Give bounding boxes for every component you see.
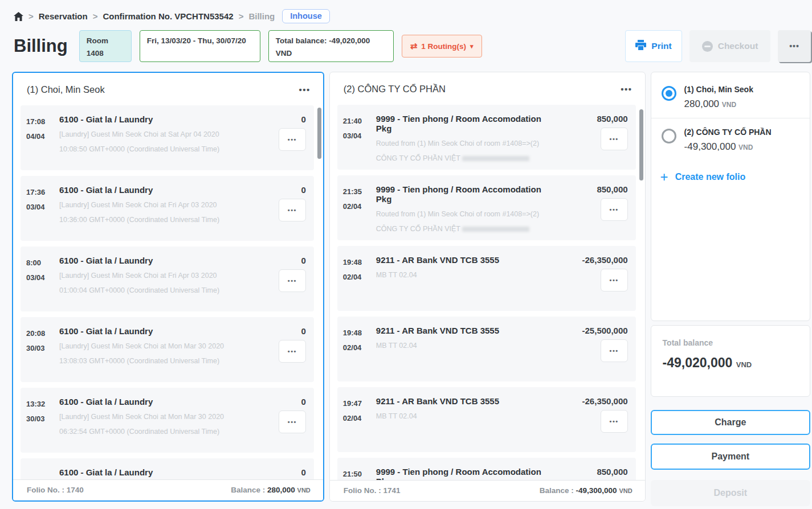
transaction-amount: 0 xyxy=(301,326,305,336)
transaction-date: 03/04 xyxy=(26,273,59,282)
redacted-text xyxy=(462,156,529,161)
transaction-amount-area: 0••• xyxy=(240,114,306,165)
room-chip: Room 1408 xyxy=(79,30,132,62)
breadcrumb-item[interactable]: Reservation xyxy=(39,11,88,21)
breadcrumb-item[interactable]: Confirmation No. VPCHTN53542 xyxy=(103,11,233,21)
folio-option-text: (1) Choi, Min Seok280,000 VND xyxy=(684,85,753,110)
transaction-timestamp: 21:4003/04 xyxy=(343,114,376,164)
transaction-menu-button[interactable]: ••• xyxy=(601,269,628,292)
transaction-list: 17:0804/046100 - Giat la / Laundry[Laund… xyxy=(13,103,323,479)
transaction-title: 6100 - Giat la / Laundry xyxy=(59,114,232,124)
transaction-title: 6100 - Giat la / Laundry xyxy=(59,467,232,477)
transaction-description: MB TT 02.04 xyxy=(376,409,554,424)
transaction-time: 17:08 xyxy=(26,117,59,126)
folio-number: Folio No. : 1741 xyxy=(344,486,401,495)
transaction-menu-button[interactable]: ••• xyxy=(601,128,628,150)
create-new-folio-button[interactable]: + Create new folio xyxy=(651,161,810,194)
amount-value: -49,300,000 xyxy=(684,141,736,152)
transaction-description: Routed from (1) Min Seok Choi of room #1… xyxy=(376,207,554,237)
folio-panel-2[interactable]: (2) CÔNG TY CỔ PHẦN ••• 21:4003/049999 -… xyxy=(329,72,646,502)
transaction-amount-area: 0••• xyxy=(240,326,306,376)
transaction-amount: -26,350,000 xyxy=(582,255,628,265)
transaction-menu-button[interactable]: ••• xyxy=(601,198,628,221)
amount-currency: VND xyxy=(738,143,753,151)
transaction-date: 02/04 xyxy=(343,414,376,422)
transaction-amount: 0 xyxy=(301,114,305,124)
folio-sidebar: (1) Choi, Min Seok280,000 VND(2) CÔNG TY… xyxy=(651,72,810,506)
breadcrumb-separator: > xyxy=(93,11,98,21)
folio-option[interactable]: (1) Choi, Min Seok280,000 VND xyxy=(651,76,810,118)
transaction-time: 21:40 xyxy=(343,117,376,125)
printer-icon xyxy=(635,40,646,52)
transaction-timestamp: 13:3230/03 xyxy=(26,397,59,447)
total-balance-chip: Total balance: -49,020,000 VND xyxy=(268,30,394,62)
transaction-body: 6100 - Giat la / Laundry[Laundry] Guest … xyxy=(59,114,240,165)
charge-button[interactable]: Charge xyxy=(651,410,810,435)
transaction-amount-area: 0••• xyxy=(240,185,306,235)
transaction-timestamp: 17:0804/04 xyxy=(26,114,59,165)
folio-panel-1[interactable]: (1) Choi, Min Seok ••• 17:0804/046100 - … xyxy=(12,72,324,502)
transaction-menu-button[interactable]: ••• xyxy=(601,339,628,362)
transaction-date: 03/04 xyxy=(26,203,59,211)
transaction-card: 19:4802/049211 - AR Bank VND TCB 3555MB … xyxy=(337,317,636,381)
routing-dropdown[interactable]: ⇄ 1 Routing(s) ▾ xyxy=(402,35,482,58)
transaction-time: 21:50 xyxy=(343,470,376,478)
transaction-menu-button[interactable]: ••• xyxy=(279,199,306,221)
transaction-timestamp xyxy=(26,467,59,479)
transaction-menu-button[interactable]: ••• xyxy=(279,411,306,433)
header-more-button[interactable]: ••• xyxy=(778,30,811,62)
scrollbar-thumb[interactable] xyxy=(317,108,321,159)
transaction-amount: -26,350,000 xyxy=(582,396,628,406)
transaction-body: 6100 - Giat la / Laundry xyxy=(59,467,240,479)
transaction-description: [Laundry] Guest Min Seok Choi at Mon Mar… xyxy=(59,409,232,440)
folio-menu-button[interactable]: ••• xyxy=(299,85,311,95)
transaction-description: [Laundry] Guest Min Seok Choi at Fri Apr… xyxy=(59,268,232,298)
transaction-description: MB TT 02.04 xyxy=(376,268,554,282)
transaction-menu-button[interactable]: ••• xyxy=(279,128,306,151)
transaction-card: 20:0830/036100 - Giat la / Laundry[Laund… xyxy=(21,317,314,382)
transaction-menu-button[interactable]: ••• xyxy=(601,410,628,433)
transaction-amount-area: 0••• xyxy=(240,397,306,447)
transaction-description: [Laundry] Guest Min Seok Choi at Mon Mar… xyxy=(59,339,232,369)
transaction-time: 21:35 xyxy=(343,187,376,196)
transaction-title: 6100 - Giat la / Laundry xyxy=(59,326,232,336)
transaction-menu-button[interactable]: ••• xyxy=(279,340,306,363)
folio-option[interactable]: (2) CÔNG TY CỔ PHẦN-49,300,000 VND xyxy=(651,118,810,161)
transaction-card: 21:509999 - Tien phong / Room Accomodati… xyxy=(337,458,636,480)
transaction-amount: -25,500,000 xyxy=(582,326,628,335)
transaction-body: 6100 - Giat la / Laundry[Laundry] Guest … xyxy=(59,397,240,447)
scrollbar-thumb[interactable] xyxy=(639,109,643,180)
transaction-amount: 0 xyxy=(301,467,305,477)
transaction-card: 19:4702/049211 - AR Bank VND TCB 3555MB … xyxy=(337,387,636,452)
transaction-body: 9211 - AR Bank VND TCB 3555MB TT 02.04 xyxy=(376,396,562,446)
folio-name: (1) Choi, Min Seok xyxy=(27,84,105,95)
breadcrumb-separator: > xyxy=(239,11,244,21)
transaction-card: 19:4802/049211 - AR Bank VND TCB 3555MB … xyxy=(337,246,636,311)
total-balance-panel: Total balance -49,020,000 VND xyxy=(651,325,810,397)
page-header: Billing Room 1408 Fri, 13/03/20 - Thu, 3… xyxy=(14,30,811,62)
transaction-amount-area: -25,500,000••• xyxy=(562,326,628,376)
transaction-body: 9999 - Tien phong / Room Accomodation Pk… xyxy=(376,114,562,164)
transaction-amount-area: 850,000••• xyxy=(562,184,628,235)
transaction-amount: 850,000 xyxy=(597,184,627,194)
checkout-button: Checkout xyxy=(689,30,770,62)
transaction-title: 9999 - Tien phong / Room Accomodation Pk… xyxy=(376,184,554,204)
folio-menu-button[interactable]: ••• xyxy=(621,84,632,94)
folio-balance: Balance : -49,300,000 VND xyxy=(540,486,633,495)
transaction-time: 8:00 xyxy=(26,258,59,267)
transaction-menu-button[interactable]: ••• xyxy=(279,269,306,292)
transaction-title: 6100 - Giat la / Laundry xyxy=(59,397,232,407)
radio-selected-icon[interactable] xyxy=(662,86,676,101)
transaction-timestamp: 19:4802/04 xyxy=(343,326,376,376)
transaction-amount: 0 xyxy=(301,397,305,407)
radio-icon[interactable] xyxy=(662,129,676,143)
home-icon[interactable] xyxy=(14,12,23,21)
payment-button[interactable]: Payment xyxy=(651,444,810,470)
transaction-date: 02/04 xyxy=(343,273,376,281)
transaction-date: 02/04 xyxy=(343,202,376,211)
transaction-card: 6100 - Giat la / Laundry0••• xyxy=(21,458,314,479)
transaction-title: 9999 - Tien phong / Room Accomodation Pk… xyxy=(376,114,554,133)
amount-currency: VND xyxy=(722,101,736,109)
caret-down-icon: ▾ xyxy=(470,43,474,50)
print-button[interactable]: Print xyxy=(625,30,682,62)
